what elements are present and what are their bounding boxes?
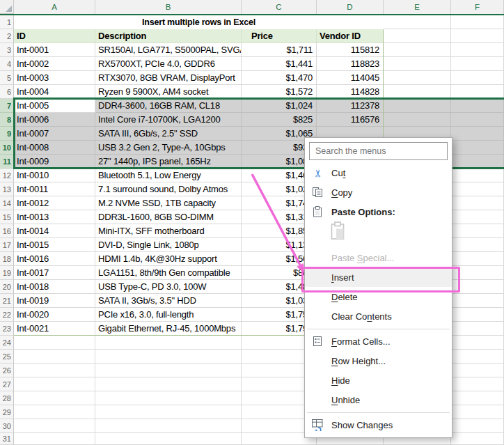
cell-E7[interactable]	[384, 99, 451, 113]
row-header-5[interactable]: 5	[0, 71, 14, 85]
cell-B3[interactable]: SR150Al, LGA771, S5000PAL, SVGA	[95, 43, 242, 57]
cell-F15[interactable]	[451, 210, 504, 224]
cell-B31[interactable]	[95, 433, 242, 445]
cell-B23[interactable]: Gigabit Ethernet, RJ-45, 1000Mbps	[95, 322, 242, 336]
cell-A26[interactable]	[14, 364, 95, 377]
row-header-29[interactable]: 29	[0, 405, 14, 419]
column-header-D[interactable]: D	[317, 0, 384, 14]
cell-D4[interactable]: 118823	[317, 57, 384, 71]
row-header-14[interactable]: 14	[0, 196, 14, 210]
cell-F28[interactable]	[451, 391, 504, 405]
cell-B24[interactable]	[95, 336, 242, 350]
cell-B2[interactable]: Description	[95, 29, 242, 43]
cell-E2[interactable]	[384, 29, 451, 43]
cell-F27[interactable]	[451, 377, 504, 391]
cell-B22[interactable]: PCIe x16, 3.0, full-length	[95, 308, 242, 322]
cell-A6[interactable]: Int-0004	[14, 85, 95, 99]
cell-A9[interactable]: Int-0007	[14, 127, 95, 141]
cell-A8[interactable]: Int-0006	[14, 113, 95, 127]
cell-B15[interactable]: DDR3L-1600, 8GB SO-DIMM	[95, 210, 242, 224]
menu-item-delete[interactable]: Delete	[305, 287, 452, 306]
cell-A31[interactable]	[14, 433, 95, 445]
row-header-25[interactable]: 25	[0, 350, 14, 364]
row-header-24[interactable]: 24	[0, 336, 14, 350]
cell-A14[interactable]: Int-0012	[14, 196, 95, 210]
row-header-18[interactable]: 18	[0, 252, 14, 266]
menu-search-input[interactable]	[310, 143, 447, 159]
cell-A10[interactable]: Int-0008	[14, 141, 95, 155]
menu-item-unhide[interactable]: Unhide	[305, 390, 452, 409]
cell-A2[interactable]: ID	[14, 29, 95, 43]
cell-C2[interactable]: Price	[242, 29, 317, 43]
cell-E8[interactable]	[384, 113, 451, 127]
row-header-16[interactable]: 16	[0, 224, 14, 238]
cell-B11[interactable]: 27" 1440p, IPS panel, 165Hz	[95, 155, 242, 169]
cell-F3[interactable]	[451, 43, 504, 57]
cell-B25[interactable]	[95, 350, 242, 364]
cell-B20[interactable]: USB Type-C, PD 3.0, 100W	[95, 280, 242, 294]
column-header-F[interactable]: F	[451, 0, 504, 14]
cell-A17[interactable]: Int-0015	[14, 238, 95, 252]
row-header-8[interactable]: 8	[0, 113, 14, 127]
cell-A25[interactable]	[14, 350, 95, 364]
cell-E6[interactable]	[384, 85, 451, 99]
row-header-23[interactable]: 23	[0, 322, 14, 336]
cell-F22[interactable]	[451, 308, 504, 322]
cell-A29[interactable]	[14, 405, 95, 419]
cell-B21[interactable]: SATA II, 3Gb/s, 3.5" HDD	[95, 294, 242, 308]
row-header-6[interactable]: 6	[0, 85, 14, 99]
row-header-13[interactable]: 13	[0, 182, 14, 196]
cell-A21[interactable]: Int-0019	[14, 294, 95, 308]
cell-A18[interactable]: Int-0016	[14, 252, 95, 266]
cell-B12[interactable]: Bluetooth 5.1, Low Energy	[95, 169, 242, 182]
cell-F12[interactable]	[451, 169, 504, 182]
cell-E3[interactable]	[384, 43, 451, 57]
row-header-20[interactable]: 20	[0, 280, 14, 294]
cell-B30[interactable]	[95, 419, 242, 433]
cell-F8[interactable]	[451, 113, 504, 127]
cell-B13[interactable]: 7.1 surround sound, Dolby Atmos	[95, 182, 242, 196]
row-header-27[interactable]: 27	[0, 377, 14, 391]
cell-E1[interactable]	[384, 15, 451, 29]
row-header-10[interactable]: 10	[0, 141, 14, 155]
cell-D2[interactable]: Vendor ID	[317, 29, 384, 43]
cell-B7[interactable]: DDR4-3600, 16GB RAM, CL18	[95, 99, 242, 113]
cell-B6[interactable]: Ryzen 9 5900X, AM4 socket	[95, 85, 242, 99]
row-header-11[interactable]: 11	[0, 155, 14, 169]
cell-F2[interactable]	[451, 29, 504, 43]
menu-item-cut[interactable]: ✂Cut	[305, 163, 452, 182]
menu-item-paste-options[interactable]: Paste Options:	[305, 202, 452, 221]
row-header-17[interactable]: 17	[0, 238, 14, 252]
cell-B29[interactable]	[95, 405, 242, 419]
cell-E5[interactable]	[384, 71, 451, 85]
cell-A7[interactable]: Int-0005	[14, 99, 95, 113]
menu-item-format-cells[interactable]: Format Cells...	[305, 331, 452, 351]
cell-B27[interactable]	[95, 377, 242, 391]
cell-B10[interactable]: USB 3.2 Gen 2, Type-A, 10Gbps	[95, 141, 242, 155]
cell-D3[interactable]: 115812	[317, 43, 384, 57]
row-header-7[interactable]: 7	[0, 99, 14, 113]
column-header-A[interactable]: A	[14, 0, 95, 14]
select-all-corner[interactable]	[0, 0, 14, 14]
cell-A28[interactable]	[14, 391, 95, 405]
cell-A20[interactable]: Int-0018	[14, 280, 95, 294]
cell-B19[interactable]: LGA1151, 8th/9th Gen compatible	[95, 266, 242, 280]
cell-F31[interactable]	[451, 433, 504, 445]
cell-B16[interactable]: Mini-ITX, SFF motherboard	[95, 224, 242, 238]
cell-E4[interactable]	[384, 57, 451, 71]
cell-C7[interactable]: $1,024	[242, 99, 317, 113]
cell-F9[interactable]	[451, 127, 504, 141]
cell-F7[interactable]	[451, 99, 504, 113]
cell-B8[interactable]: Intel Core i7-10700K, LGA1200	[95, 113, 242, 127]
cell-D7[interactable]: 112378	[317, 99, 384, 113]
cell-D6[interactable]: 114828	[317, 85, 384, 99]
cell-F29[interactable]	[451, 405, 504, 419]
row-header-1[interactable]: 1	[0, 15, 14, 29]
cell-A19[interactable]: Int-0017	[14, 266, 95, 280]
cell-A22[interactable]: Int-0020	[14, 308, 95, 322]
cell-F6[interactable]	[451, 85, 504, 99]
row-header-31[interactable]: 31	[0, 433, 14, 445]
cell-B17[interactable]: DVI-D, Single Link, 1080p	[95, 238, 242, 252]
cell-C6[interactable]: $1,572	[242, 85, 317, 99]
cell-F20[interactable]	[451, 280, 504, 294]
